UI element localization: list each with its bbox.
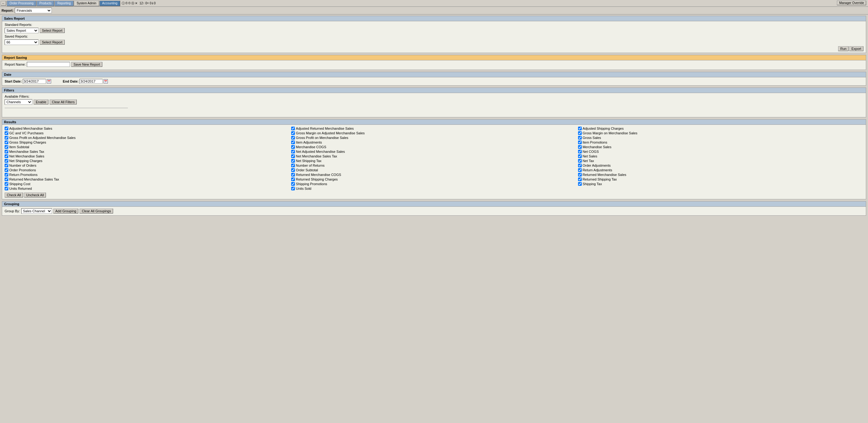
sales-report-section: Sales Report Standard Reports: Sales Rep… <box>2 16 866 53</box>
tab-reporting[interactable]: Reporting <box>55 1 73 6</box>
result-checkbox[interactable] <box>5 154 8 158</box>
standard-reports-select[interactable]: Sales Report Inventory Report Financial … <box>5 28 38 33</box>
result-checkbox[interactable] <box>291 154 295 158</box>
result-checkbox[interactable] <box>291 127 295 130</box>
icon-info[interactable]: ⓘ <box>122 1 125 5</box>
result-checkbox[interactable] <box>578 136 582 139</box>
grouping-section: Grouping Group By: Sales Channel Date Pr… <box>2 201 866 216</box>
tab-products[interactable]: Products <box>37 1 54 6</box>
filters-select[interactable]: Channels Products SKU Customer <box>5 99 32 105</box>
result-checkbox[interactable] <box>291 164 295 167</box>
result-checkbox[interactable] <box>5 145 8 149</box>
result-checkbox[interactable] <box>5 136 8 139</box>
result-checkbox[interactable] <box>5 159 8 163</box>
icon-copy2[interactable]: © <box>128 2 130 5</box>
result-checkbox[interactable] <box>291 168 295 172</box>
back-button[interactable]: ← <box>1 1 6 5</box>
result-checkbox[interactable] <box>578 159 582 163</box>
end-date-calendar-button[interactable]: 📅 <box>103 79 108 84</box>
result-checkbox[interactable] <box>5 127 8 130</box>
result-item: Returned Merchandise COGS <box>291 172 577 177</box>
saved-reports-label: Saved Reports: <box>5 34 28 38</box>
result-checkbox[interactable] <box>291 173 295 176</box>
clear-all-filters-button[interactable]: Clear All Filters <box>50 99 77 104</box>
manager-override-button[interactable]: Manager Override <box>837 1 866 5</box>
save-new-report-button[interactable]: Save New Report <box>71 62 102 67</box>
run-button[interactable]: Run <box>838 46 848 51</box>
result-checkbox[interactable] <box>291 159 295 163</box>
result-label: Net Tax <box>583 159 594 163</box>
result-item: Net Adjusted Merchandise Sales <box>291 150 577 154</box>
result-checkbox[interactable] <box>291 182 295 186</box>
clear-all-groupings-button[interactable]: Clear All Groupings <box>80 208 113 214</box>
result-checkbox[interactable] <box>578 173 582 176</box>
icon-copy1[interactable]: © <box>125 2 128 5</box>
result-checkbox[interactable] <box>5 150 8 154</box>
tab-accounting[interactable]: Accounting <box>99 1 120 6</box>
result-checkbox[interactable] <box>5 140 8 144</box>
result-label: Units Returned <box>9 187 32 190</box>
result-item: Order Promotions <box>5 168 290 172</box>
result-checkbox[interactable] <box>291 150 295 154</box>
result-checkbox[interactable] <box>291 131 295 135</box>
result-checkbox[interactable] <box>291 136 295 139</box>
result-checkbox[interactable] <box>291 187 295 190</box>
select-standard-report-button[interactable]: Select Report <box>40 28 65 33</box>
date-section: Date Start Date: 📅 End Date: 📅 <box>2 72 866 86</box>
export-button[interactable]: Export <box>849 46 863 51</box>
result-item: Units Returned <box>5 186 290 191</box>
result-label: Gross Sales <box>583 136 601 139</box>
result-label: Net Merchandise Sales <box>9 154 44 158</box>
filter-divider <box>5 108 128 108</box>
result-label: Returned Shipping Tax <box>583 177 617 181</box>
result-checkbox[interactable] <box>578 131 582 135</box>
result-checkbox[interactable] <box>578 168 582 172</box>
result-checkbox[interactable] <box>578 177 582 181</box>
report-select[interactable]: Financials <box>15 8 52 13</box>
start-date-input[interactable] <box>23 79 46 84</box>
add-grouping-button[interactable]: Add Grouping <box>53 208 79 214</box>
result-label: Adjusted Shipping Charges <box>583 127 624 130</box>
result-checkbox[interactable] <box>291 140 295 144</box>
result-checkbox[interactable] <box>578 164 582 167</box>
icon-close[interactable]: ✕ <box>135 2 137 5</box>
result-checkbox[interactable] <box>578 150 582 154</box>
result-item: Shipping Tax <box>578 182 863 186</box>
result-label: Returned Merchandise Sales Tax <box>9 177 59 181</box>
report-saving-section: Report Saving Report Name: Save New Repo… <box>2 55 866 70</box>
report-name-input[interactable] <box>27 62 70 67</box>
select-saved-report-button[interactable]: Select Report <box>40 40 65 45</box>
result-checkbox[interactable] <box>5 168 8 172</box>
tab-system-admin[interactable]: System Admin <box>74 1 99 6</box>
saved-reports-select[interactable]: 66 65 64 63 <box>5 39 38 45</box>
start-date-calendar-button[interactable]: 📅 <box>47 79 51 84</box>
result-checkbox[interactable] <box>5 131 8 135</box>
result-checkbox[interactable] <box>578 140 582 144</box>
check-all-button[interactable]: Check All <box>5 193 23 197</box>
result-label: Shipping Cost <box>9 182 31 186</box>
result-checkbox[interactable] <box>291 177 295 181</box>
result-checkbox[interactable] <box>5 182 8 186</box>
result-checkbox[interactable] <box>291 145 295 149</box>
result-item: Shipping Promotions <box>291 182 577 186</box>
result-checkbox[interactable] <box>578 145 582 149</box>
result-checkbox[interactable] <box>5 177 8 181</box>
enable-filter-button[interactable]: Enable <box>34 99 49 104</box>
end-date-input[interactable] <box>80 79 103 84</box>
result-label: Item Adjustments <box>296 140 322 144</box>
icon-settings[interactable]: ⓢ <box>131 1 134 5</box>
result-checkbox[interactable] <box>5 173 8 176</box>
result-checkbox[interactable] <box>578 154 582 158</box>
tab-order-processing[interactable]: Order Processing <box>7 1 36 6</box>
result-item: Returned Merchandise Sales Tax <box>5 177 290 182</box>
uncheck-all-button[interactable]: Uncheck All <box>24 193 46 197</box>
result-item: Returned Shipping Tax <box>578 177 863 182</box>
result-checkbox[interactable] <box>578 182 582 186</box>
result-checkbox[interactable] <box>578 127 582 130</box>
group-by-select[interactable]: Sales Channel Date Product SKU <box>21 208 52 214</box>
result-checkbox[interactable] <box>5 187 8 190</box>
result-checkbox[interactable] <box>5 164 8 167</box>
result-item: Returned Merchandise Sales <box>578 172 863 177</box>
result-label: Order Subtotal <box>296 168 318 172</box>
result-item: Merchandise Sales Tax <box>5 150 290 154</box>
